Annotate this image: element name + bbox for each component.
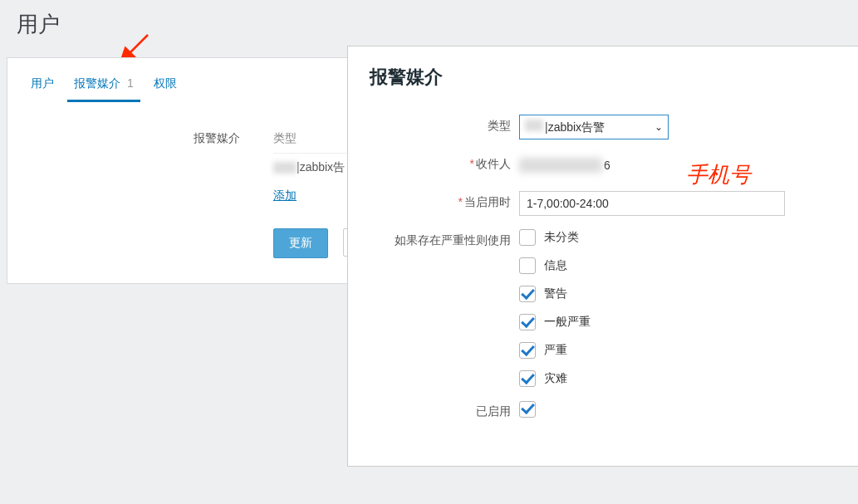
recipient-suffix: 6 [604,159,610,172]
media-section-label: 报警媒介 [91,131,240,146]
type-value-blurred-prefix [525,120,543,131]
type-label: 类型 [370,115,519,134]
chevron-down-icon: ⌄ [655,121,663,133]
severity-label: 如果存在严重性则使用 [370,229,519,248]
severity-item: 未分类 [519,229,840,246]
enabled-checkbox[interactable] [519,401,536,418]
tab-media-label: 报警媒介 [74,76,120,90]
severity-field-row: 如果存在严重性则使用 未分类信息警告一般严重严重灾难 [370,229,840,387]
severity-label-text: 灾难 [544,371,567,386]
tab-media[interactable]: 报警媒介 1 [67,71,140,102]
severity-item: 严重 [519,342,840,359]
severity-label-text: 一般严重 [544,315,591,330]
type-field-row: 类型 |zabbix告警 ⌄ [370,115,840,139]
recipient-label: *收件人 [370,153,519,172]
media-row-text: |zabbix告 [297,160,345,174]
enabled-field-row: 已启用 [370,400,840,419]
recipient-blurred [519,158,602,173]
severity-checkbox[interactable] [519,229,536,246]
recipient-field-row: *收件人 6 [370,153,840,178]
severity-list: 未分类信息警告一般严重严重灾难 [519,229,840,387]
media-dialog: 报警媒介 类型 |zabbix告警 ⌄ *收件人 6 *当启用时 如果存在严重性… [347,46,858,467]
severity-label-text: 信息 [544,258,567,273]
when-input[interactable] [519,191,785,216]
severity-item: 一般严重 [519,314,840,330]
page-title: 用户 [0,0,858,46]
when-field-row: *当启用时 [370,191,840,216]
severity-label-text: 未分类 [544,230,579,245]
severity-item: 信息 [519,257,840,274]
type-select[interactable]: |zabbix告警 ⌄ [519,115,669,139]
severity-checkbox[interactable] [519,286,536,302]
media-row-blurred-prefix [273,162,297,174]
tab-media-count: 1 [127,76,134,90]
severity-checkbox[interactable] [519,370,536,387]
severity-item: 警告 [519,286,840,302]
type-select-value: |zabbix告警 [545,120,605,134]
severity-checkbox[interactable] [519,314,536,330]
severity-checkbox[interactable] [519,342,536,359]
when-label: *当启用时 [370,191,519,210]
recipient-value[interactable]: 6 [519,153,610,178]
tab-permissions[interactable]: 权限 [147,71,184,102]
tab-user[interactable]: 用户 [24,71,61,102]
enabled-label: 已启用 [370,400,519,419]
add-media-link[interactable]: 添加 [273,180,297,212]
severity-label-text: 严重 [544,343,567,358]
severity-label-text: 警告 [544,286,567,301]
severity-item: 灾难 [519,370,840,387]
dialog-title: 报警媒介 [370,65,840,90]
severity-checkbox[interactable] [519,257,536,274]
update-button[interactable]: 更新 [273,228,328,258]
